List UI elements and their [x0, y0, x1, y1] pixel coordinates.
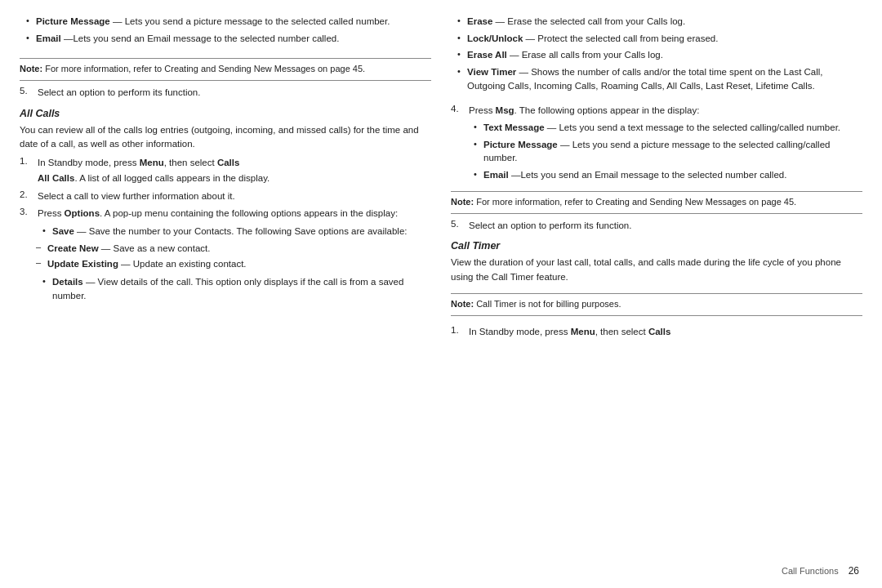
bullet-text-email-right: Email —Lets you send an Email message to…	[483, 168, 862, 182]
text-view-timer: — Shows the number of calls and/or the t…	[467, 67, 823, 91]
step1r-bold2: Calls	[648, 327, 671, 336]
step-num-1: 1.	[20, 156, 38, 166]
bullet-text-erase: Erase — Erase the selected call from you…	[467, 15, 862, 29]
bullet-picture-message-right: • Picture Message — Lets you send a pict…	[451, 138, 862, 165]
note-block-right-top: Note: For more information, refer to Cre…	[451, 191, 862, 214]
note-label-right: Note:	[451, 197, 474, 207]
step-num-2: 2.	[20, 189, 38, 199]
text-details: — View details of the call. This option …	[52, 277, 403, 301]
footer-page: 26	[849, 565, 859, 577]
step3-mid: . A pop-up menu containing the following…	[100, 208, 398, 218]
text-save: — Save the number to your Contacts. The …	[74, 226, 408, 236]
note-label: Note:	[20, 64, 42, 74]
section-body-call-timer: View the duration of your last call, tot…	[451, 256, 862, 284]
step1r-bold: Menu	[571, 327, 595, 336]
bullet-dot: •	[457, 33, 467, 42]
bullet-text-details: Details — View details of the call. This…	[52, 275, 431, 302]
bullet-view-timer: • View Timer — Shows the number of calls…	[451, 65, 862, 92]
section-heading-all-calls: All Calls	[20, 108, 431, 119]
label-lock-unlock: Lock/Unlock	[467, 33, 523, 43]
sub-bullet-text-update: Update Existing — Update an existing con…	[47, 257, 431, 271]
step-num-4: 4.	[451, 104, 469, 114]
text-update-existing: — Update an existing contact.	[118, 259, 247, 269]
label-picture-message-right: Picture Message	[483, 140, 558, 149]
text-erase: — Erase the selected call from your Call…	[492, 16, 685, 26]
step-num-5r: 5.	[451, 219, 469, 229]
sub-bullet-save: • Save — Save the number to your Contact…	[20, 225, 431, 238]
bullet-email: • Email —Lets you send an Email message …	[20, 32, 431, 46]
step1-plain: In Standby mode, press	[38, 158, 140, 167]
bullet-dot: •	[474, 122, 483, 131]
step-text-4: Press Msg. The following options appear …	[469, 104, 862, 118]
label-save: Save	[52, 226, 74, 236]
sub-sub-create-new: – Create New — Save as a new contact.	[20, 242, 431, 256]
step1-bold2: Calls	[217, 158, 240, 167]
bullet-dot: •	[474, 169, 483, 179]
step-num-1r: 1.	[451, 325, 469, 335]
note-text-right: For more information, refer to Creating …	[474, 197, 796, 207]
step5-left: 5. Select an option to perform its funct…	[20, 86, 431, 100]
footer-label: Call Functions	[782, 566, 839, 576]
page: • Picture Message — Lets you send a pict…	[0, 0, 882, 588]
step-num-3: 3.	[20, 207, 38, 216]
step-num: 5.	[20, 86, 38, 96]
label-text-message: Text Message	[483, 122, 545, 132]
bullet-lock-unlock: • Lock/Unlock — Protect the selected cal…	[451, 32, 862, 46]
note-label-right-2: Note:	[451, 299, 474, 309]
bullet-dot: •	[42, 276, 52, 286]
sub-bullet-details: • Details — View details of the call. Th…	[20, 275, 431, 302]
top-bullets-left: • Picture Message — Lets you send a pict…	[20, 15, 431, 48]
bullet-dot: •	[457, 16, 467, 25]
step1b-all-calls: All Calls. A list of all logged calls ap…	[20, 172, 431, 185]
text-email-right: —Lets you send an Email message to the s…	[509, 170, 787, 180]
bullet-dot: •	[42, 225, 52, 235]
bullet-dot: •	[457, 49, 467, 59]
step4-bold: Msg	[496, 105, 514, 115]
bullet-text-picture-message-right: Picture Message — Lets you send a pictur…	[483, 138, 862, 165]
step1r-plain: In Standby mode, press	[469, 327, 571, 336]
step5-right: 5. Select an option to perform its funct…	[451, 219, 862, 233]
bullet-text-lock: Lock/Unlock — Protect the selected call …	[467, 32, 862, 46]
step3-plain: Press	[38, 208, 65, 218]
bullet-dot: •	[26, 16, 36, 25]
dash: –	[36, 257, 47, 267]
step-text-2: Select a call to view further informatio…	[38, 189, 431, 203]
sub-bullet-text-create: Create New — Save as a new contact.	[47, 242, 431, 256]
step4-end: . The following options appear in the di…	[514, 105, 700, 115]
section-body-all-calls: You can review all of the calls log entr…	[20, 123, 431, 152]
label-create-new: Create New	[47, 243, 99, 253]
sub-sub-update-existing: – Update Existing — Update an existing c…	[20, 257, 431, 271]
step3-all-calls: 3. Press Options. A pop-up menu containi…	[20, 207, 431, 220]
label-view-timer: View Timer	[467, 67, 516, 77]
label-email: Email	[36, 33, 61, 43]
bullet-text-save: Save — Save the number to your Contacts.…	[52, 225, 431, 238]
label-update-existing: Update Existing	[47, 259, 118, 269]
text-create-new: — Save as a new contact.	[99, 243, 211, 253]
step2-all-calls: 2. Select a call to view further informa…	[20, 189, 431, 203]
step-text-5r: Select an option to perform its function…	[469, 219, 862, 233]
label-erase-all: Erase All	[467, 50, 507, 60]
step4-right: 4. Press Msg. The following options appe…	[451, 104, 862, 118]
bullet-text-view-timer: View Timer — Shows the number of calls a…	[467, 65, 862, 92]
step-text: Select an option to perform its function…	[38, 86, 431, 100]
left-column: • Picture Message — Lets you send a pict…	[20, 15, 431, 573]
top-bullets-right: • Erase — Erase the selected call from y…	[451, 15, 862, 96]
step-text-1b: All Calls. A list of all logged calls ap…	[38, 172, 431, 185]
bullet-text-message: • Text Message — Lets you send a text me…	[451, 121, 862, 135]
label-picture-message: Picture Message	[36, 16, 110, 26]
note-text: For more information, refer to Creating …	[42, 64, 365, 74]
note-text-right-2: Call Timer is not for billing purposes.	[474, 299, 621, 309]
text-text-message: — Lets you send a text message to the se…	[545, 122, 840, 132]
step1-call-timer: 1. In Standby mode, press Menu, then sel…	[451, 325, 862, 339]
step4-plain: Press	[469, 105, 496, 115]
section-heading-call-timer: Call Timer	[451, 240, 862, 252]
bullet-dot: •	[474, 139, 483, 149]
note-block-left-top: Note: For more information, refer to Cre…	[20, 58, 431, 81]
text-lock-unlock: — Protect the selected call from being e…	[523, 33, 718, 43]
step1-mid: , then select	[164, 158, 217, 167]
step-text-1r: In Standby mode, press Menu, then select…	[469, 325, 862, 339]
step1r-mid: , then select	[595, 327, 648, 336]
label-erase: Erase	[467, 16, 492, 26]
text-erase-all: — Erase all calls from your Calls log.	[507, 50, 663, 60]
bullet-erase-all: • Erase All — Erase all calls from your …	[451, 48, 862, 62]
